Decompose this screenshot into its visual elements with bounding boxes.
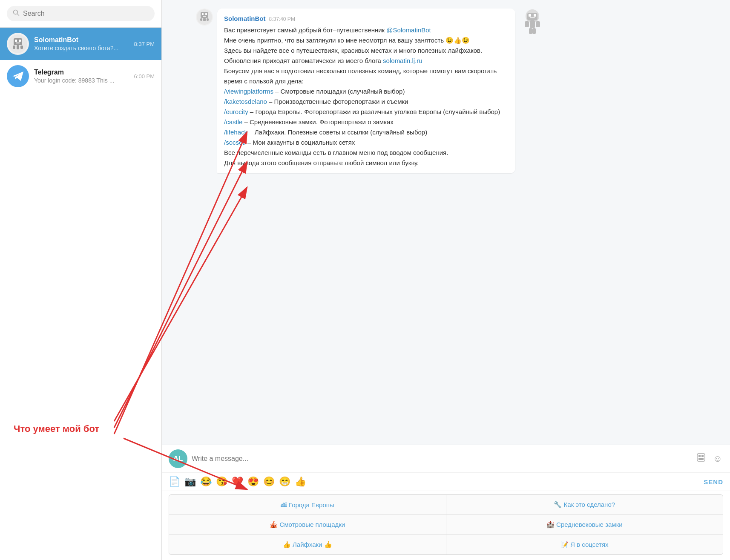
bot-keyboard: 🏙 Города Европы 🔧 Как это сделано? 🎪 Смо…	[169, 494, 723, 555]
cmd-castle[interactable]: /castle	[224, 118, 242, 126]
message-sender: SolomatinBot	[224, 14, 266, 23]
grin-emoji[interactable]: 😁	[279, 476, 290, 487]
file-icon[interactable]: 📄	[169, 476, 180, 487]
svg-rect-19	[527, 13, 537, 20]
search-input-wrap[interactable]	[7, 6, 155, 21]
link-solomatinbot[interactable]: @SolomatinBot	[386, 26, 431, 34]
svg-rect-13	[205, 13, 207, 15]
action-bar: 📄 📷 😂 😘 ❤️ 😍 😊 😁 👍 SEND	[162, 473, 730, 491]
keyboard-row-1: 🏙 Города Европы 🔧 Как это сделано?	[169, 495, 723, 515]
svg-rect-15	[203, 18, 206, 21]
avatar-telegram	[7, 65, 29, 87]
user-avatar-input: AL	[169, 449, 187, 468]
svg-rect-20	[529, 14, 531, 17]
svg-rect-6	[16, 43, 20, 43]
svg-rect-27	[532, 28, 536, 34]
chat-item-telegram[interactable]: Telegram Your login code: 89883 This ...…	[0, 60, 161, 92]
msg-avatar-bot	[196, 9, 213, 26]
chat-info-telegram: Telegram Your login code: 89883 This ...	[34, 69, 129, 84]
keyboard-row-3: 👍 Лайфхаки 👍 📝 Я в соцсетях	[169, 535, 723, 554]
search-bar	[0, 0, 161, 28]
cmd-kaketosdelano[interactable]: /kaketosdelano	[224, 98, 267, 105]
svg-rect-21	[534, 14, 536, 17]
input-area: AL ☺ 📄 📷 😂 😘 ❤️ 😍	[162, 445, 730, 560]
chat-name-solomatinbot: SolomatinBot	[34, 36, 129, 44]
keyboard-btn-kaketosdelano[interactable]: 🔧 Как это сделано?	[446, 495, 723, 514]
message-row-bot: SolomatinBot 8:37:40 PM Вас приветствует…	[196, 9, 696, 173]
search-icon	[13, 9, 20, 18]
input-icons: ☺	[695, 451, 723, 466]
message-input[interactable]	[192, 455, 691, 463]
main-chat: SolomatinBot 8:37:40 PM Вас приветствует…	[162, 0, 730, 560]
svg-rect-14	[203, 16, 206, 17]
search-input[interactable]	[23, 10, 149, 17]
thumbsup-emoji[interactable]: 👍	[295, 476, 306, 487]
svg-rect-5	[19, 40, 21, 42]
cmd-lifehack[interactable]: /lifehack	[224, 129, 247, 136]
message-bubble-bot: SolomatinBot 8:37:40 PM Вас приветствует…	[217, 9, 515, 173]
chat-time-solomatinbot: 8:37 PM	[134, 41, 155, 47]
messages-area: SolomatinBot 8:37:40 PM Вас приветствует…	[162, 0, 730, 445]
svg-rect-24	[525, 21, 529, 27]
chat-list: SolomatinBot Хотите создать своего бота?…	[0, 28, 161, 560]
avatar-solomatinbot	[7, 33, 29, 55]
keyboard-btn-lifehack[interactable]: 👍 Лайфхаки 👍	[169, 535, 446, 554]
link-blog[interactable]: solomatin.lj.ru	[383, 57, 422, 64]
chat-info-solomatinbot: SolomatinBot Хотите создать своего бота?…	[34, 36, 129, 51]
message-meta: SolomatinBot 8:37:40 PM	[224, 14, 509, 23]
message-input-row: AL ☺	[162, 445, 730, 473]
camera-icon[interactable]: 📷	[184, 476, 196, 487]
chat-preview-telegram: Your login code: 89883 This ...	[34, 77, 129, 84]
chat-name-telegram: Telegram	[34, 69, 129, 76]
emoji-button[interactable]: ☺	[712, 452, 723, 465]
keyboard-btn-socseti[interactable]: 📝 Я в соцсетях	[446, 535, 723, 554]
sidebar: SolomatinBot Хотите создать своего бота?…	[0, 0, 162, 560]
svg-line-1	[17, 14, 19, 16]
svg-rect-3	[14, 38, 22, 45]
send-button[interactable]: SEND	[704, 478, 723, 486]
svg-rect-29	[698, 455, 701, 457]
cmd-eurocity[interactable]: /eurocity	[224, 108, 248, 115]
love-eyes-emoji[interactable]: 😍	[247, 476, 259, 487]
svg-rect-30	[701, 455, 704, 457]
svg-rect-26	[529, 28, 532, 34]
heart-emoji[interactable]: ❤️	[232, 476, 243, 487]
keyboard-btn-eurocity[interactable]: 🏙 Города Европы	[169, 495, 446, 514]
smile-emoji[interactable]: 😊	[263, 476, 275, 487]
keyboard-btn-viewingplatforms[interactable]: 🎪 Смотровые площадки	[169, 515, 446, 534]
kiss-emoji[interactable]: 😘	[216, 476, 227, 487]
svg-rect-25	[536, 21, 540, 27]
message-time: 8:37:40 PM	[269, 15, 295, 23]
keyboard-btn-castle[interactable]: 🏰 Средневековые замки	[446, 515, 723, 534]
svg-rect-7	[17, 45, 19, 49]
chat-item-solomatinbot[interactable]: SolomatinBot Хотите создать своего бота?…	[0, 28, 161, 60]
user-initials: AL	[173, 454, 183, 463]
svg-rect-28	[697, 454, 705, 461]
cmd-socseti[interactable]: /socseti	[224, 139, 246, 146]
keyboard-row-2: 🎪 Смотровые площадки 🏰 Средневековые зам…	[169, 515, 723, 535]
svg-rect-4	[15, 40, 17, 42]
svg-rect-22	[530, 17, 535, 18]
bot-figure-right	[520, 9, 545, 38]
svg-rect-11	[201, 12, 208, 18]
laugh-emoji[interactable]: 😂	[200, 476, 212, 487]
svg-rect-12	[202, 13, 204, 15]
svg-rect-8	[13, 46, 15, 49]
svg-rect-31	[698, 458, 704, 460]
sticker-button[interactable]	[695, 451, 707, 466]
svg-rect-23	[530, 20, 535, 28]
svg-rect-17	[207, 18, 209, 21]
svg-rect-9	[20, 46, 23, 49]
svg-rect-16	[200, 18, 202, 21]
chat-time-telegram: 6:00 PM	[134, 73, 155, 80]
cmd-viewingplatforms[interactable]: /viewingplatforms	[224, 88, 273, 95]
chat-preview-solomatinbot: Хотите создать своего бота?...	[34, 45, 129, 51]
message-text: Вас приветствует самый добрый бот–путеше…	[224, 25, 509, 168]
